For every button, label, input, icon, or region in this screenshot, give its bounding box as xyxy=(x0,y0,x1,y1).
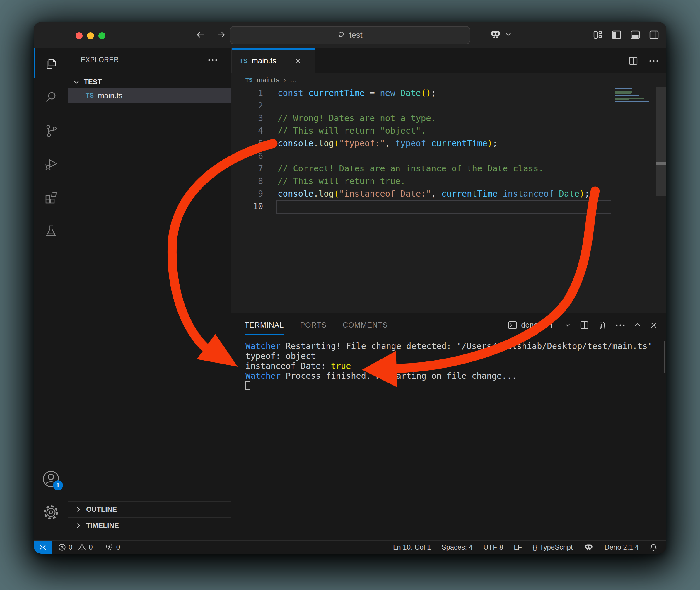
debug-icon xyxy=(44,157,58,171)
toggle-sidebar-icon[interactable] xyxy=(611,29,622,40)
minimap-line xyxy=(615,95,639,96)
search-input[interactable]: test xyxy=(230,26,470,44)
tab-main-ts[interactable]: TS main.ts xyxy=(231,48,315,73)
scrollbar-cursor-mark xyxy=(657,162,666,165)
code-editor[interactable]: 1const currentTime = new Date();23// Wro… xyxy=(231,87,666,313)
code-line-3[interactable]: 3// Wrong! Dates are not a type. xyxy=(231,112,666,124)
cursor-position-status[interactable]: Ln 10, Col 1 xyxy=(393,543,431,551)
terminal-scrollbar[interactable] xyxy=(664,341,665,373)
editor-scrollbar[interactable] xyxy=(657,87,666,196)
chevron-right-icon xyxy=(74,506,82,513)
forward-arrow-icon[interactable] xyxy=(215,29,227,41)
code-line-2[interactable]: 2 xyxy=(231,99,666,112)
gear-icon[interactable] xyxy=(42,504,60,521)
folder-section-header[interactable]: TEST xyxy=(68,76,230,88)
outline-section[interactable]: OUTLINE xyxy=(68,501,230,517)
close-panel-icon[interactable] xyxy=(650,321,658,329)
remote-indicator[interactable] xyxy=(34,541,52,554)
files-icon xyxy=(44,57,58,71)
tab-comments[interactable]: COMMENTS xyxy=(343,313,388,337)
problems-status[interactable]: 0 0 xyxy=(58,543,93,551)
code-line-1[interactable]: 1const currentTime = new Date(); xyxy=(231,87,666,99)
code-line-8[interactable]: 8// This will return true. xyxy=(231,175,666,188)
minimap-line xyxy=(615,91,632,92)
new-terminal-icon[interactable] xyxy=(547,321,556,329)
eol-status[interactable]: LF xyxy=(514,543,522,551)
traffic-lights xyxy=(76,32,105,39)
breadcrumb-file[interactable]: main.ts xyxy=(257,76,279,84)
minimap[interactable] xyxy=(615,89,653,104)
terminal-cursor xyxy=(245,381,251,390)
indentation-status[interactable]: Spaces: 4 xyxy=(441,543,473,551)
code-line-5[interactable]: 5console.log("typeof:", typeof currentTi… xyxy=(231,137,666,150)
error-icon xyxy=(58,543,66,551)
terminal-line: Watcher Process finished. Restarting on … xyxy=(245,371,666,381)
bottom-panel: TERMINAL PORTS COMMENTS deno xyxy=(231,313,666,540)
minimap-line xyxy=(615,99,629,100)
warning-icon xyxy=(78,543,86,551)
close-tab-icon[interactable] xyxy=(294,58,301,65)
breadcrumb[interactable]: TS main.ts › … xyxy=(231,73,666,87)
minimap-line xyxy=(615,93,631,94)
toggle-secondary-sidebar-icon[interactable] xyxy=(649,29,659,40)
code-line-4[interactable]: 4// This will return "object". xyxy=(231,124,666,137)
tab-label: main.ts xyxy=(252,56,276,65)
search-icon xyxy=(337,31,345,39)
copilot-status-icon[interactable] xyxy=(583,543,594,552)
sidebar-item-run-debug[interactable] xyxy=(44,157,58,171)
file-item-main-ts[interactable]: TS main.ts xyxy=(68,88,230,103)
vscode-window: test xyxy=(34,22,666,554)
maximize-panel-icon[interactable] xyxy=(634,322,641,329)
minimap-line xyxy=(615,98,644,98)
sidebar-item-explorer[interactable] xyxy=(44,57,58,71)
sidebar-item-extensions[interactable] xyxy=(44,190,58,204)
chevron-right-icon xyxy=(74,522,82,529)
split-editor-icon[interactable] xyxy=(628,56,638,66)
ports-status[interactable]: 0 xyxy=(105,543,120,551)
terminal-shell-selector[interactable]: deno xyxy=(508,320,538,330)
language-status[interactable]: {} TypeScript xyxy=(532,543,573,551)
terminal-output[interactable]: Watcher Restarting! File change detected… xyxy=(231,337,666,391)
sidebar-item-testing[interactable] xyxy=(44,224,58,238)
terminal-tab-label: TERMINAL xyxy=(244,321,284,329)
shell-name: deno xyxy=(521,320,538,329)
tab-ports[interactable]: PORTS xyxy=(300,313,326,337)
deno-status[interactable]: Deno 2.1.4 xyxy=(605,543,639,551)
copilot-icon[interactable] xyxy=(489,28,502,40)
code-line-9[interactable]: 9console.log("instanceof Date:", current… xyxy=(231,188,666,200)
breadcrumb-more[interactable]: … xyxy=(290,76,297,84)
more-actions-icon[interactable] xyxy=(649,59,659,63)
toggle-panel-icon[interactable] xyxy=(630,29,640,40)
encoding-status[interactable]: UTF-8 xyxy=(483,543,503,551)
sidebar-item-source-control[interactable] xyxy=(44,124,58,138)
code-line-6[interactable]: 6 xyxy=(231,150,666,162)
split-terminal-icon[interactable] xyxy=(580,320,589,330)
code-lines: 1const currentTime = new Date();23// Wro… xyxy=(231,87,666,213)
chevron-down-icon[interactable] xyxy=(565,322,571,328)
maximize-window-button[interactable] xyxy=(98,32,105,39)
file-name: main.ts xyxy=(98,91,122,100)
close-window-button[interactable] xyxy=(76,32,83,39)
chevron-down-icon[interactable] xyxy=(505,28,511,40)
more-actions-icon[interactable] xyxy=(208,58,218,62)
search-value: test xyxy=(349,30,362,40)
braces-icon: {} xyxy=(532,543,537,551)
more-actions-icon[interactable] xyxy=(615,323,625,327)
code-line-7[interactable]: 7// Correct! Dates are an instance of th… xyxy=(231,162,666,175)
terminal-icon xyxy=(508,320,517,330)
kill-terminal-icon[interactable] xyxy=(598,320,607,330)
sidebar-item-search[interactable] xyxy=(44,90,58,104)
minimize-window-button[interactable] xyxy=(87,32,94,39)
comments-tab-label: COMMENTS xyxy=(343,321,388,329)
ports-tab-label: PORTS xyxy=(300,321,326,329)
timeline-section[interactable]: TIMELINE xyxy=(68,517,230,533)
terminal-line: instanceof Date: true xyxy=(245,361,666,371)
code-line-10[interactable]: 10 xyxy=(231,200,666,213)
customize-layout-icon[interactable] xyxy=(593,29,603,40)
accounts-button[interactable]: 1 xyxy=(42,470,60,488)
tab-terminal[interactable]: TERMINAL xyxy=(244,313,284,337)
bell-icon[interactable] xyxy=(649,543,658,552)
terminal-line: typeof: object xyxy=(245,351,666,361)
terminal-line xyxy=(245,381,666,391)
back-arrow-icon[interactable] xyxy=(195,29,206,41)
